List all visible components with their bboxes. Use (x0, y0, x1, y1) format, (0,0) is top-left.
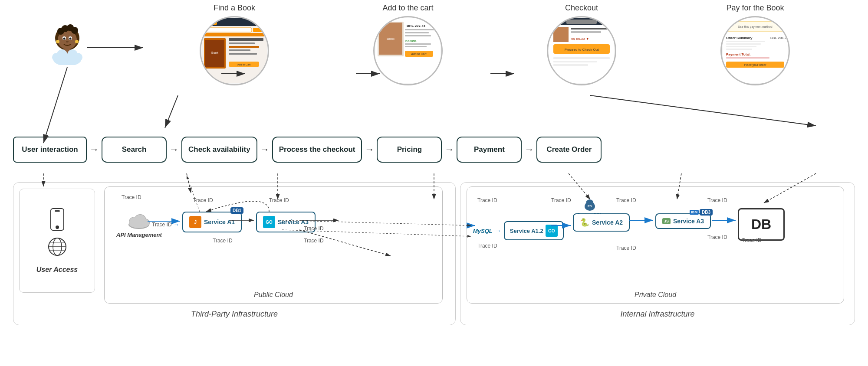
svg-rect-56 (553, 27, 569, 42)
svg-text:BRL 201.74: BRL 201.74 (770, 36, 788, 40)
svg-rect-58 (571, 31, 601, 33)
service-a3-private-label: Service A3 (673, 218, 704, 225)
public-cloud-label: Public Cloud (254, 291, 293, 299)
flow-pricing: Pricing (377, 137, 442, 163)
svg-rect-20 (202, 18, 267, 26)
svg-text:In Stock.: In Stock. (405, 39, 417, 42)
main-container: Find a Book Book (0, 0, 868, 366)
svg-rect-30 (229, 46, 259, 48)
trace-id-priv2: Trace ID (477, 243, 497, 249)
db3-badge: DB3 (700, 209, 713, 216)
svg-rect-31 (229, 49, 250, 51)
python-icon: 🐍 (580, 218, 589, 227)
svg-rect-42 (405, 35, 431, 36)
add-cart-label: Add to the cart (382, 3, 433, 13)
service-a2-box: 🐍 Service A2 (573, 213, 630, 232)
service-a2-label: Service A2 (592, 219, 623, 226)
trace-id-priv4: Trace ID (616, 197, 636, 203)
postgres-icon: PG (583, 199, 597, 212)
java-badge: J (189, 216, 201, 228)
trace-id-pub4: Trace ID (304, 225, 324, 232)
pay-circle: Use this payment method Order Summary Pa… (720, 16, 790, 85)
trace-id-rightmost: Trace ID (742, 237, 762, 243)
arrow-2: → (169, 144, 179, 155)
check-availability-text: Check availability (188, 145, 250, 154)
pricing-text: Pricing (397, 145, 422, 154)
svg-rect-22 (204, 28, 252, 32)
svg-rect-28 (229, 38, 263, 41)
svg-text:Add to Cart: Add to Cart (411, 52, 426, 56)
flow-search: Search (102, 137, 167, 163)
phone-icon (49, 208, 65, 231)
pay-label: Pay for the Book (726, 3, 784, 13)
checkout-circle: Proceed to Check Out R$ 86.30 ▼ (547, 16, 616, 85)
internal-label: Internal Infrastructure (620, 310, 694, 319)
db1-badge: DB1 (230, 207, 243, 214)
user-figure (48, 22, 87, 67)
svg-point-8 (63, 38, 66, 40)
svg-text:PG: PG (588, 205, 592, 208)
svg-text:Proceed to Check Out: Proceed to Check Out (565, 48, 599, 52)
trace-id-priv5: Trace ID (616, 245, 636, 251)
service-a3-public-label: Service A3 (278, 219, 309, 225)
create-order-text: Create Order (546, 145, 592, 154)
journey-step-find-book: Find a Book Book (200, 3, 269, 85)
svg-rect-53 (553, 57, 610, 59)
svg-point-92 (586, 200, 590, 203)
trace-id-priv7: Trace ID (707, 234, 727, 240)
go-badge-public: GO (263, 216, 275, 228)
svg-point-10 (66, 41, 69, 42)
arrow-3: → (260, 144, 270, 155)
journey-step-add-cart: Add to the cart Book BRL 207.74 In Stock… (373, 3, 443, 85)
svg-point-11 (56, 40, 59, 43)
svg-rect-69 (726, 57, 769, 59)
trace-id-pub1: Trace ID (193, 197, 213, 203)
flow-check-availability: Check availability (181, 137, 257, 163)
journey-step-checkout: Checkout Proceed to Check Out (547, 3, 616, 85)
svg-text:Order Summary: Order Summary (726, 36, 753, 40)
svg-rect-21 (204, 20, 217, 25)
service-a1-2-label: Service A1.2 (510, 228, 543, 234)
svg-rect-45 (405, 46, 427, 47)
user-interaction-text: User interaction (22, 145, 78, 154)
db-box: DB (738, 208, 785, 241)
svg-text:Add to Cart: Add to Cart (237, 63, 251, 66)
third-party-label: Third-Party Infrastructure (191, 310, 278, 319)
go-arrow: → (495, 227, 501, 234)
svg-rect-41 (405, 32, 429, 33)
search-text: Search (122, 145, 147, 154)
svg-rect-65 (726, 43, 761, 45)
svg-rect-24 (202, 33, 267, 36)
user-access-label: User Access (36, 266, 78, 274)
flow-row: User interaction → Search → Check availa… (13, 126, 855, 173)
svg-rect-66 (726, 46, 756, 47)
svg-text:BRL 207.74: BRL 207.74 (407, 24, 426, 28)
mysql-logo: MySQL (473, 228, 493, 234)
db3-badge-group: IBM DB3 (690, 209, 713, 216)
service-a1-2-box: Service A1.2 GO (504, 221, 564, 240)
svg-text:Payment Total:: Payment Total: (726, 52, 751, 56)
arrow-4: → (365, 144, 374, 155)
svg-point-12 (75, 40, 79, 43)
public-cloud-box: Public Cloud (104, 186, 443, 304)
svg-text:Place your order: Place your order (744, 63, 766, 67)
svg-text:Book: Book (211, 51, 218, 54)
api-management-label: API Management (116, 232, 162, 238)
find-book-label: Find a Book (214, 3, 255, 13)
private-cloud-box: Private Cloud (467, 186, 844, 304)
trace-id-pub2: Trace ID (269, 197, 289, 203)
svg-rect-64 (726, 41, 765, 42)
svg-rect-50 (566, 20, 597, 24)
flow-user-interaction: User interaction (13, 137, 87, 163)
svg-text:Use this payment method: Use this payment method (738, 25, 772, 29)
service-a1-label: Service A1 (204, 219, 235, 225)
svg-point-74 (56, 225, 59, 229)
trace-arrow-a1: → (174, 221, 180, 228)
svg-point-5 (71, 27, 78, 34)
svg-text:Book: Book (387, 37, 395, 41)
payment-text: Payment (474, 145, 505, 154)
svg-rect-40 (405, 29, 435, 30)
flow-create-order: Create Order (536, 137, 602, 163)
svg-point-18 (74, 53, 82, 62)
find-book-circle: Book Add to Cart (200, 16, 269, 85)
